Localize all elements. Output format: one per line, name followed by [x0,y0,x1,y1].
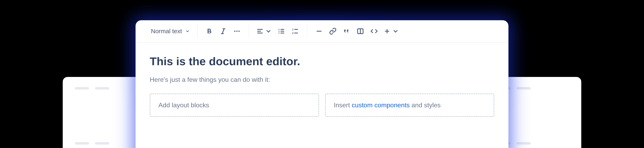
layout-block-left[interactable]: Add layout blocks [150,94,319,117]
layouts-button[interactable] [356,27,365,36]
layout-block-right[interactable]: Insert custom components and styles [325,94,494,117]
editor-window: Normal text [136,20,508,148]
svg-point-4 [236,30,238,32]
code-button[interactable] [370,27,378,36]
chevron-down-icon [392,28,399,35]
text-style-label: Normal text [151,28,182,34]
svg-point-5 [238,30,240,32]
placeholder-line [95,142,109,144]
block-text: Add layout blocks [158,102,209,109]
bold-button[interactable] [205,27,214,36]
insert-dropdown[interactable] [384,27,399,36]
divider-button[interactable] [314,27,324,36]
link-icon [329,28,336,35]
numbered-list-icon: 12 [292,28,299,35]
chevron-down-icon [265,28,272,35]
block-text-link[interactable]: custom components [352,102,410,109]
block-text-suffix: and styles [410,102,441,109]
editor-toolbar: Normal text [136,20,508,42]
placeholder-line [75,142,89,144]
layout-icon [357,28,364,35]
svg-point-9 [278,29,280,30]
document-subtext[interactable]: Here's just a few things you can do with… [150,76,494,84]
minus-icon [316,28,323,35]
svg-point-11 [278,32,280,34]
svg-text:1: 1 [292,28,294,31]
align-left-icon [256,28,264,35]
numbered-list-button[interactable]: 12 [291,27,300,36]
placeholder-line [516,142,531,144]
layout-blocks-row: Add layout blocks Insert custom componen… [150,94,494,117]
bullet-list-icon [278,28,285,35]
bold-icon [206,28,213,35]
placeholder-line [95,87,109,90]
svg-point-10 [278,31,280,32]
svg-point-3 [234,30,236,32]
placeholder-line [516,87,531,90]
document-heading[interactable]: This is the document editor. [150,55,494,68]
text-style-dropdown[interactable]: Normal text [151,28,190,34]
more-icon [233,28,240,35]
block-text-prefix: Insert [334,102,352,109]
editor-content[interactable]: This is the document editor. Here's just… [136,42,508,117]
quote-button[interactable] [342,27,351,36]
code-icon [370,28,378,35]
bullet-list-button[interactable] [277,27,286,36]
plus-icon [384,28,391,35]
align-dropdown[interactable] [256,27,272,36]
italic-button[interactable] [219,27,228,36]
svg-line-2 [222,29,224,34]
link-button[interactable] [328,27,337,36]
chevron-down-icon [185,29,190,34]
italic-icon [220,28,227,35]
more-formatting-button[interactable] [232,27,241,36]
svg-text:2: 2 [292,32,294,34]
quote-icon [343,28,350,35]
placeholder-line [75,87,89,90]
